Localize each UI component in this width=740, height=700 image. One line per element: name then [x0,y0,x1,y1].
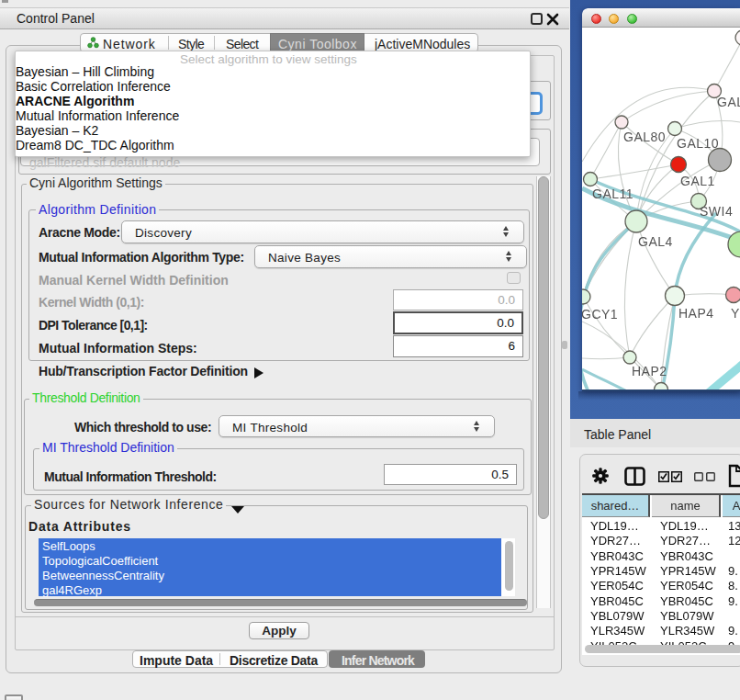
svg-text:Y: Y [731,306,740,321]
svg-text:HAP4: HAP4 [678,306,714,321]
svg-text:GAL4: GAL4 [638,234,673,249]
svg-text:GCY1: GCY1 [582,307,618,322]
svg-text:SWI4: SWI4 [700,204,733,219]
svg-text:GAL1: GAL1 [680,174,715,188]
svg-text:GAL11: GAL11 [592,186,633,201]
svg-text:HAP2: HAP2 [632,364,667,378]
svg-text:GAL80: GAL80 [623,130,666,144]
svg-text:GAL2: GAL2 [717,95,740,109]
svg-text:GAL10: GAL10 [677,136,719,151]
